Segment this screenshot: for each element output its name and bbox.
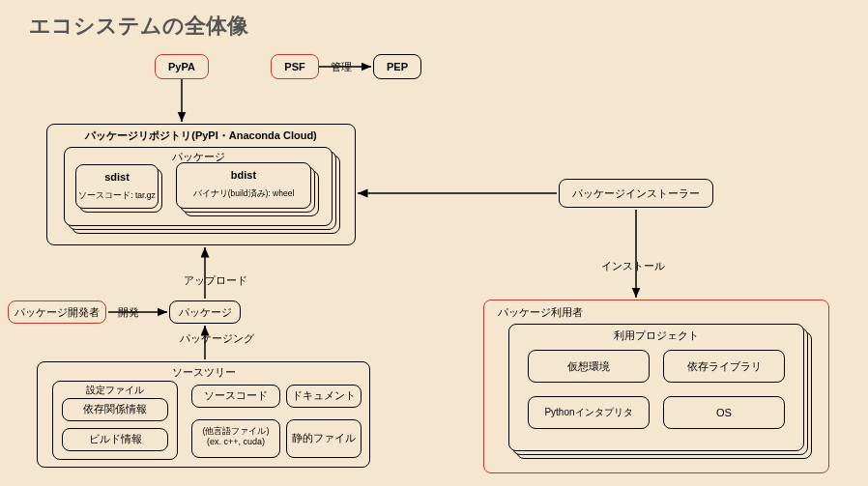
deps-box: 依存関係情報 xyxy=(62,398,168,421)
static-box: 静的ファイル xyxy=(286,419,362,458)
bdist-label: bdist xyxy=(177,169,310,181)
develop-label: 開発 xyxy=(118,305,139,320)
pypa-box: PyPA xyxy=(155,54,209,79)
pep-box: PEP xyxy=(373,54,421,79)
venv-box: 仮想環境 xyxy=(528,350,650,383)
bdist-cell: bdist バイナリ(build済み): wheel xyxy=(176,162,311,209)
package-mid: パッケージ xyxy=(169,300,241,324)
installer-box: パッケージインストーラー xyxy=(559,179,713,208)
sdist-note: ソースコード: tar.gz xyxy=(76,190,158,202)
repo-title: パッケージリポジトリ(PyPI・Anaconda Cloud) xyxy=(47,129,355,143)
source-box: ソースコード xyxy=(191,385,280,408)
settings-label: 設定ファイル xyxy=(53,384,177,397)
psf-box: PSF xyxy=(271,54,319,79)
install-label: インストール xyxy=(601,259,665,273)
python-box: Pythonインタプリタ xyxy=(528,396,650,429)
project-box: 利用プロジェクト xyxy=(508,324,804,451)
os-box: OS xyxy=(663,396,785,429)
deps-lib-box: 依存ライブラリ xyxy=(663,350,785,383)
doc-box: ドキュメント xyxy=(286,385,362,408)
otherlang-2: (ex. c++, cuda) xyxy=(192,437,279,447)
manage-label: 管理 xyxy=(331,60,352,74)
packaging-label: パッケージング xyxy=(180,331,254,346)
bdist-note: バイナリ(build済み): wheel xyxy=(177,188,310,200)
project-title: 利用プロジェクト xyxy=(509,329,803,343)
developer-box: パッケージ開発者 xyxy=(8,300,106,324)
srctree-title: ソースツリー xyxy=(38,365,369,380)
sdist-label: sdist xyxy=(76,171,158,183)
otherlang-box: (他言語ファイル) (ex. c++, cuda) xyxy=(191,419,280,458)
user-title: パッケージ利用者 xyxy=(498,305,828,320)
build-box: ビルド情報 xyxy=(62,428,168,451)
upload-label: アップロード xyxy=(184,273,247,288)
sdist-cell: sdist ソースコード: tar.gz xyxy=(75,164,159,209)
page-title: エコシステムの全体像 xyxy=(29,12,248,41)
otherlang-1: (他言語ファイル) xyxy=(192,426,279,437)
